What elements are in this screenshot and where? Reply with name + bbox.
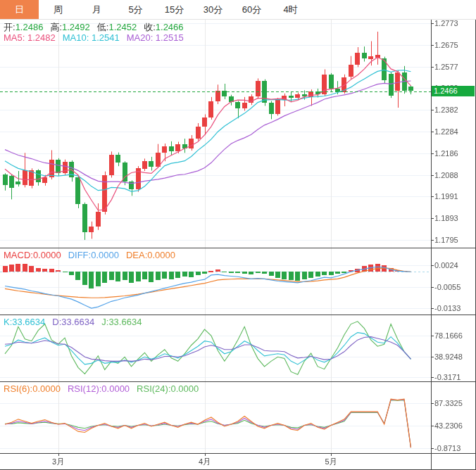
y-axis-label: 87.3325 [434,399,463,407]
tab-30min[interactable]: 30分 [194,0,232,19]
tab-4hour[interactable]: 4时 [271,0,310,19]
rsi24-readout: RSI(24):0.0000 [137,383,199,394]
x-axis-label: 4月 [194,457,215,467]
y-axis-label: 1.2675 [434,41,458,49]
high-label: 高: [50,22,62,32]
low-value: 1.2452 [108,22,137,32]
j-readout: J:33.6634 [101,317,142,327]
x-axis-label: 3月 [48,457,69,467]
ma20-readout: MA20: 1.2515 [127,32,184,43]
y-axis-label: 43.2306 [434,421,463,430]
open-value: 1.2486 [15,22,44,32]
y-axis-label: 78.1666 [434,331,463,340]
y-axis-label: 1.1795 [434,236,458,244]
ma10-readout: MA10: 1.2541 [63,32,120,43]
rsi-legend: RSI(6):0.0000RSI(12):0.0000RSI(24):0.000… [4,383,199,394]
kdj-legend: K:33.6634D:33.6634J:33.6634 [4,317,142,327]
current-price-badge: 1.2466 [432,86,475,96]
high-value: 1.2492 [62,22,90,32]
y-axis-label: 1.1991 [434,192,458,201]
open-label: 开: [4,22,15,32]
close-value: 1.2466 [156,22,184,32]
diff-readout: DIFF:0.0000 [68,250,119,260]
y-axis-label: 1.2773 [434,19,458,27]
d-readout: D:33.6634 [52,317,94,327]
y-axis-label: 1.2088 [434,171,458,179]
y-axis-label: 1.2382 [434,106,458,114]
y-axis-label: 0.0024 [434,261,458,269]
chart-canvas[interactable] [0,0,476,470]
macd-readout: MACD:0.0000 [4,250,61,260]
y-axis-label: 1.2284 [434,127,458,136]
tab-5min[interactable]: 5分 [116,0,155,19]
y-axis-label: 38.9248 [434,352,463,361]
rsi12-readout: RSI(12):0.0000 [68,383,130,394]
k-readout: K:33.6634 [4,317,45,327]
tab-monthly[interactable]: 月 [77,0,116,19]
y-axis-label: -0.0133 [434,304,461,312]
low-label: 低: [97,22,109,32]
close-label: 收: [144,22,156,32]
y-axis-label: 1.2186 [434,149,458,158]
y-axis-label: -0.0055 [434,283,461,291]
ma5-readout: MA5: 1.2482 [4,32,56,43]
dea-readout: DEA:0.0000 [126,250,175,260]
tab-15min[interactable]: 15分 [155,0,194,19]
tab-daily[interactable]: 日 [0,0,39,19]
rsi6-readout: RSI(6):0.0000 [4,383,61,394]
y-axis-label: 1.1893 [434,214,458,222]
y-axis-label: 1.2577 [434,63,458,71]
x-axis-label: 5月 [320,457,342,467]
y-axis-label: -0.8713 [434,444,461,452]
y-axis-label: -0.3171 [434,373,461,381]
macd-legend: MACD:0.0000DIFF:0.0000DEA:0.0000 [4,250,175,260]
ma-legend: MA5: 1.2482MA10: 1.2541MA20: 1.2515 [4,32,184,43]
tab-weekly[interactable]: 周 [39,0,77,19]
tab-60min[interactable]: 60分 [232,0,271,19]
candlestick-chart-app: 日 周 月 5分 15分 30分 60分 4时 开:1.2486高:1.2492… [0,0,476,470]
timeframe-tabs: 日 周 月 5分 15分 30分 60分 4时 [0,0,476,20]
